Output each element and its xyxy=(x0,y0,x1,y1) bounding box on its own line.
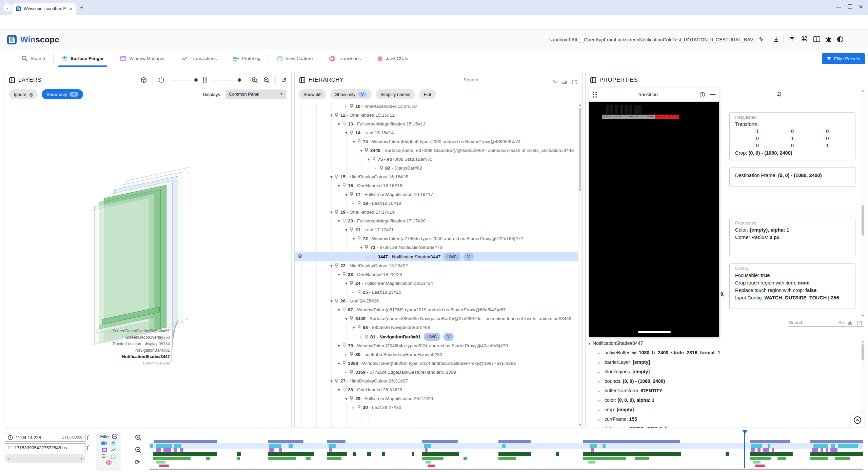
proto-property-row[interactable]: ●bufferTransform: IDENTITY xyxy=(598,386,861,396)
pin-icon[interactable] xyxy=(357,201,363,206)
zoom-out-icon[interactable] xyxy=(263,77,270,83)
pin-icon[interactable] xyxy=(342,272,348,277)
match-word-toggle[interactable]: ab xyxy=(562,79,567,84)
tree-row-3368[interactable]: ▼3368 - WindowToken{f6b2f60 type=2024 an… xyxy=(295,359,578,368)
report-bug-icon[interactable] xyxy=(825,36,832,43)
pin-icon[interactable] xyxy=(365,334,370,339)
transitions-trace-icon[interactable] xyxy=(106,460,112,465)
minimize-overlay-icon[interactable]: — xyxy=(710,92,715,98)
hierarchy-search-input[interactable]: Search xyxy=(463,76,548,84)
tree-row-15[interactable]: ▼15 - HideDisplayCutout:16:16#15 xyxy=(295,173,578,181)
3d-view-icon[interactable] xyxy=(140,77,147,83)
tree-row-73[interactable]: ▼73 - 8736138 NotificationShade#73 xyxy=(295,243,578,252)
tree-row-74[interactable]: ▼74 - WindowToken{fdddbe6 type=2000 andr… xyxy=(295,137,578,146)
edit-filename-icon[interactable]: ✎ xyxy=(759,36,764,43)
proto-property-row[interactable]: ●color: (0, 0, 0), alpha: 1 xyxy=(598,396,861,405)
timeline-zoom-out-icon[interactable] xyxy=(135,447,142,453)
timeline-hscrollbar[interactable] xyxy=(149,469,863,470)
expand-arrow-icon[interactable]: ▼ xyxy=(330,378,335,385)
expand-arrow-icon[interactable]: ▼ xyxy=(330,112,335,119)
window-restore-icon[interactable] xyxy=(848,4,852,9)
timeline-zoom-in-icon[interactable] xyxy=(135,434,142,441)
pin-icon[interactable] xyxy=(372,157,378,162)
expand-arrow-icon[interactable]: ▼ xyxy=(344,227,350,234)
tree-row-30[interactable]: ●30 - Leaf:26:27#30 xyxy=(295,403,578,412)
tree-row-23[interactable]: ▼23 - OneHanded:18:23#23 xyxy=(295,270,578,279)
layer-label[interactable]: NotificationShade#3447 xyxy=(55,354,170,360)
nav-tab-surface-flinger[interactable]: Surface Flinger xyxy=(54,50,112,67)
filter-presets-button[interactable]: Filter Presets xyxy=(822,53,865,64)
collapse-panel-icon[interactable] xyxy=(9,77,15,83)
pin-icon[interactable] xyxy=(350,192,355,197)
pin-icon[interactable] xyxy=(342,121,348,126)
pin-icon[interactable] xyxy=(335,113,340,118)
tree-row-22[interactable]: ▼22 - HideDisplayCutout:18:23#22 xyxy=(295,261,578,270)
pin-icon[interactable] xyxy=(342,307,348,312)
window-close-icon[interactable]: ✕ xyxy=(859,4,863,10)
expand-arrow-icon[interactable]: ▼ xyxy=(344,395,350,402)
tree-row-79[interactable]: ▼79 - WindowToken{7046b4a type=2024 andr… xyxy=(295,341,578,350)
tree-row-67[interactable]: ▼67 - WindowToken{e5176f9 type=2019 andr… xyxy=(295,306,578,314)
pin-icon[interactable] xyxy=(350,281,355,286)
tree-row-81[interactable]: ●81 - NavigationBar0#81HWCV xyxy=(295,332,578,341)
expand-arrow-icon[interactable]: ▼ xyxy=(330,298,335,305)
pin-icon[interactable] xyxy=(350,370,355,375)
timeline-reset-zoom-icon[interactable]: ⟳ xyxy=(135,458,140,466)
layer-label[interactable]: Common Panel xyxy=(55,360,170,367)
pin-icon[interactable] xyxy=(372,254,378,259)
expand-arrow-icon[interactable]: ▼ xyxy=(337,218,342,225)
pin-icon[interactable] xyxy=(350,227,355,232)
tab-search-icon[interactable]: ⌄ xyxy=(3,3,12,12)
match-case-toggle[interactable]: Aa xyxy=(839,320,844,325)
nav-tab-transactions[interactable]: Transactions xyxy=(173,50,225,67)
pan-left-icon[interactable]: ‹ xyxy=(8,456,9,461)
drag-handle-icon[interactable] xyxy=(593,92,597,98)
timeline-canvas[interactable] xyxy=(149,430,863,472)
pin-icon[interactable] xyxy=(357,405,363,410)
nav-tab-view-capture[interactable]: View Capture xyxy=(269,50,321,67)
tree-row-12[interactable]: ▼12 - OneHanded:15:15#12 xyxy=(295,111,578,120)
expand-arrow-icon[interactable]: ▼ xyxy=(344,191,350,198)
tree-row-68[interactable]: ▼68 - 885b63e NavigationBar0#68 xyxy=(295,323,578,332)
proto-property-row[interactable]: ●crop: {empty} xyxy=(598,405,861,415)
pin-icon[interactable] xyxy=(335,174,340,179)
tree-row-29[interactable]: ▼29 - FullscreenMagnification:26:27#29 xyxy=(295,394,578,403)
nav-tab-jank-cujs[interactable]: Jank CUJs xyxy=(369,50,416,67)
expand-arrow-icon[interactable]: ▼ xyxy=(337,121,342,128)
tree-row-3449[interactable]: ▼3449 - Surface(name=885b63e NavigationB… xyxy=(295,314,578,323)
expand-arrow-icon[interactable]: ▼ xyxy=(352,138,357,145)
layer-label[interactable]: ScreenDecorOverlay#60 xyxy=(55,334,170,341)
tree-row-72[interactable]: ▼72 - WindowToken{a2746de type=2040 andr… xyxy=(295,234,578,243)
ns-timestamp-input[interactable]: ⚐ 1715339054227572545 ns xyxy=(5,443,85,452)
pin-icon[interactable] xyxy=(380,165,385,171)
pin-icon[interactable] xyxy=(335,210,340,215)
simplify-names-button[interactable]: Simplify names xyxy=(376,89,415,99)
expand-arrow-icon[interactable]: ▼ xyxy=(352,324,357,331)
tree-row-20[interactable]: ▼20 - FullscreenMagnification:17:17#20 xyxy=(295,217,578,225)
layer-label[interactable]: PointerLocation - display 0#134 xyxy=(55,341,170,347)
tree-row-24[interactable]: ▼24 - FullscreenMagnification:18:23#24 xyxy=(295,279,578,288)
new-tab-icon[interactable]: + xyxy=(80,5,84,10)
theme-toggle-icon[interactable] xyxy=(837,36,844,43)
tree-row-17[interactable]: ▼17 - FullscreenMagnification:16:16#17 xyxy=(295,190,578,199)
proto-property-row[interactable]: ●blurRegions: [empty] xyxy=(598,367,861,377)
reset-view-icon[interactable]: ↺ xyxy=(281,76,287,84)
proto-node-row[interactable]: ▼ NotificationShade#3447 xyxy=(588,339,861,348)
expand-arrow-icon[interactable]: ▼ xyxy=(344,130,350,137)
rotation-slider[interactable] xyxy=(170,80,197,80)
expand-arrow-icon[interactable]: ▼ xyxy=(344,280,350,287)
tree-row-27[interactable]: ▼27 - HideDisplayCutout:26:31#27 xyxy=(295,377,578,386)
collapse-panel-icon[interactable] xyxy=(590,77,596,83)
expand-arrow-icon[interactable]: ▼ xyxy=(359,244,365,251)
pin-icon[interactable] xyxy=(350,396,355,401)
ignore-button[interactable]: Ignore◎ xyxy=(9,89,38,99)
timeline-pan-scrollbar[interactable]: ‹› xyxy=(5,454,85,463)
tree-row-80[interactable]: ●80 - ace6abb SecondaryHomeHandle0#80 xyxy=(295,350,578,359)
nav-tab-transitions[interactable]: Transitions xyxy=(321,50,369,67)
expand-arrow-icon[interactable]: ▼ xyxy=(359,147,365,154)
layer-label[interactable]: ScreenDecorOverlayBottom#61 xyxy=(55,328,170,334)
timestamp-input[interactable]: 11:04:14.228 UTC+00:00 xyxy=(5,433,85,442)
tree-row-19[interactable]: ▼19 - OneHanded:17:17#19 xyxy=(295,208,578,217)
match-case-toggle[interactable]: Aa xyxy=(552,79,557,84)
expand-arrow-icon[interactable]: ▼ xyxy=(337,182,342,190)
